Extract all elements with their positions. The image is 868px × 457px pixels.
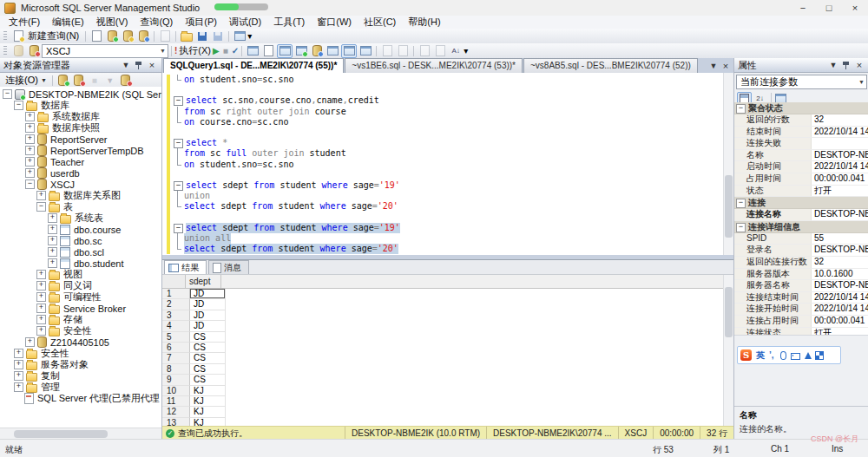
open-file-icon[interactable]: [180, 30, 194, 42]
print-icon[interactable]: [233, 30, 247, 42]
cell-sdept[interactable]: JD: [190, 289, 226, 299]
tab-messages[interactable]: 消息: [208, 260, 249, 274]
editor-line[interactable]: [162, 85, 733, 95]
result-row[interactable]: 12KJ: [162, 407, 724, 417]
save-icon[interactable]: [195, 30, 209, 42]
window-position-icon[interactable]: ▼: [827, 59, 839, 71]
editor-line[interactable]: on student.sno=sc.sno: [162, 160, 733, 170]
tree-item[interactable]: +dbo.student: [0, 258, 161, 269]
tree-item[interactable]: +同义词: [0, 280, 161, 291]
menu-item[interactable]: 帮助(H): [402, 16, 446, 29]
auto-hide-pin-icon[interactable]: [843, 61, 850, 69]
menu-item[interactable]: 项目(P): [179, 16, 223, 29]
tree-item[interactable]: +Z2104405105: [0, 336, 161, 348]
active-files-icon[interactable]: ▼: [707, 60, 720, 72]
tree-item[interactable]: −数据库: [0, 100, 161, 111]
result-row[interactable]: 1JD: [162, 289, 724, 299]
analysis-query-icon[interactable]: [121, 30, 135, 42]
execute-button[interactable]: 执行(X): [179, 44, 211, 57]
tree-item[interactable]: SQL Server 代理(已禁用代理 XP): [0, 393, 161, 404]
expand-icon[interactable]: +: [25, 157, 35, 166]
tree-item[interactable]: +管理: [0, 382, 161, 393]
document-tab[interactable]: ~vs1BE6.sql - DESK...ME2IK\20774 (53))*: [345, 58, 523, 73]
editor-line[interactable]: on course.cno=sc.cno: [162, 117, 733, 127]
expand-icon[interactable]: +: [48, 213, 57, 223]
toolbar-grip[interactable]: [3, 46, 7, 55]
ime-toolbox-icon[interactable]: [816, 352, 823, 359]
ime-keyboard-icon[interactable]: [791, 353, 800, 360]
database-engine-query-icon[interactable]: [105, 30, 119, 42]
collapse-icon[interactable]: −: [14, 101, 23, 110]
editor-line[interactable]: from sc right outer join course: [162, 107, 733, 117]
editor-vertical-scrollbar[interactable]: [723, 73, 733, 255]
property-row[interactable]: 连接名称DESKTOP-NBME2IK: [734, 209, 868, 221]
property-row[interactable]: 连接占用时间00:00:00.041: [734, 316, 868, 328]
tree-item[interactable]: +dbo.scl: [0, 246, 161, 258]
tree-item[interactable]: +ReportServerTempDB: [0, 145, 161, 156]
result-row[interactable]: 10KJ: [162, 386, 724, 396]
property-row[interactable]: 名称DESKTOP-NBME2IK: [734, 150, 868, 162]
ime-mic-icon[interactable]: [780, 351, 786, 360]
column-header-sdept[interactable]: sdept: [186, 275, 221, 288]
expand-icon[interactable]: +: [25, 112, 35, 121]
editor-line[interactable]: [162, 170, 733, 180]
tree-item[interactable]: −表: [0, 201, 161, 212]
editor-line[interactable]: [162, 127, 733, 138]
result-row[interactable]: 11KJ: [162, 396, 724, 407]
menu-item[interactable]: 窗口(W): [311, 16, 358, 29]
intellisense-icon[interactable]: [261, 45, 275, 57]
property-row[interactable]: 连接状态打开: [734, 328, 868, 336]
ime-language-mode[interactable]: 英: [756, 349, 765, 362]
cell-sdept[interactable]: JD: [190, 310, 226, 321]
menu-item[interactable]: 文件(F): [3, 16, 46, 29]
results-to-text-icon[interactable]: [326, 45, 339, 57]
tree-item[interactable]: +视图: [0, 269, 161, 280]
document-tab[interactable]: SQLQuery1.sql - DE...ME2IK\20774 (55))*: [163, 58, 344, 73]
property-row[interactable]: 返回的连接行数32: [734, 257, 868, 269]
ime-punctuation-icon[interactable]: ’,: [769, 350, 774, 360]
sql-editor[interactable]: on student.sno=sc.sno−select sc.sno,cour…: [162, 73, 733, 257]
tree-item[interactable]: +安全性: [0, 325, 161, 336]
collapse-icon[interactable]: −: [25, 180, 35, 189]
menu-item[interactable]: 工具(T): [267, 16, 311, 29]
property-category[interactable]: −连接详细信息: [734, 221, 868, 233]
expand-icon[interactable]: +: [25, 134, 35, 144]
property-row[interactable]: 连接结束时间2022/10/14 14:57:33: [734, 292, 868, 304]
tree-item[interactable]: +userdb: [0, 167, 161, 179]
close-button[interactable]: ×: [842, 0, 868, 16]
stop-process-icon[interactable]: [72, 75, 86, 87]
expand-icon[interactable]: +: [14, 360, 23, 369]
expand-icon[interactable]: +: [14, 371, 23, 381]
editor-line[interactable]: −select sdept from student where sage='1…: [162, 180, 733, 191]
expand-icon[interactable]: +: [48, 247, 57, 257]
cell-sdept[interactable]: CS: [190, 353, 226, 363]
result-row[interactable]: 3JD: [162, 310, 724, 321]
tree-item[interactable]: +ReportServer: [0, 134, 161, 145]
property-row[interactable]: 连接开始时间2022/10/14 14:57:33: [734, 304, 868, 316]
results-to-grid-icon[interactable]: [341, 44, 357, 58]
execute-icon[interactable]: !: [174, 45, 177, 57]
debug-play-icon[interactable]: ▶: [213, 45, 220, 57]
close-icon[interactable]: ×: [853, 59, 865, 71]
property-row[interactable]: 占用时间00:00:00.041: [734, 173, 868, 186]
property-row[interactable]: 登录名DESKTOP-NBME2IK: [734, 245, 868, 257]
property-row[interactable]: 状态打开: [734, 186, 868, 198]
result-row[interactable]: 4JD: [162, 321, 724, 331]
menu-item[interactable]: 视图(V): [90, 16, 135, 29]
editor-line[interactable]: select sdept from student where sage='20…: [162, 201, 733, 212]
results-to-file-icon[interactable]: [358, 45, 372, 57]
expand-icon[interactable]: +: [36, 191, 46, 200]
minimize-button[interactable]: −: [790, 0, 816, 16]
analyze-query-icon[interactable]: [310, 45, 324, 57]
properties-object-selector[interactable]: 当前连接参数 ▼: [736, 75, 867, 89]
ime-toolbar[interactable]: S 英 ’,: [737, 346, 841, 364]
cell-sdept[interactable]: KJ: [190, 407, 226, 417]
editor-line[interactable]: on student.sno=sc.sno: [162, 75, 733, 85]
result-row[interactable]: 5CS: [162, 332, 724, 343]
editor-line[interactable]: [162, 212, 733, 222]
expand-icon[interactable]: +: [36, 270, 46, 279]
expand-icon[interactable]: +: [36, 315, 46, 324]
result-row[interactable]: 7CS: [162, 353, 724, 363]
tree-item[interactable]: −XSCJ: [0, 179, 161, 190]
result-row[interactable]: 9CS: [162, 375, 724, 385]
